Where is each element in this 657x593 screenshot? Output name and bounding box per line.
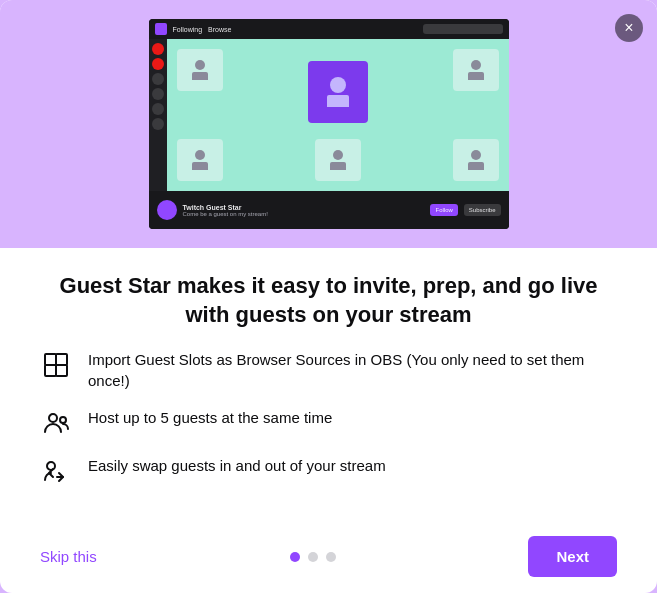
guest-icon-main	[327, 77, 349, 107]
preview-area: Following Browse	[0, 0, 657, 248]
skip-button[interactable]: Skip this	[40, 548, 97, 565]
swap-guests-icon	[40, 455, 72, 487]
streamer-avatar	[157, 200, 177, 220]
twitch-logo-icon	[155, 23, 167, 35]
modal-footer: Skip this Next	[40, 528, 617, 577]
page-title: Guest Star makes it easy to invite, prep…	[40, 272, 617, 329]
multi-guest-icon	[40, 407, 72, 439]
twitch-topbar: Following Browse	[149, 19, 509, 39]
svg-point-4	[49, 414, 57, 422]
sidebar-avatar-3	[152, 73, 164, 85]
modal-body: Guest Star makes it easy to invite, prep…	[0, 248, 657, 593]
guest-card-4	[453, 49, 499, 91]
close-icon: ×	[624, 20, 633, 36]
guest-icon-5	[468, 150, 484, 170]
subscribe-button[interactable]: Subscribe	[464, 204, 501, 216]
svg-point-5	[60, 417, 66, 423]
feature-text-multi-guest: Host up to 5 guests at the same time	[88, 407, 332, 428]
next-button[interactable]: Next	[528, 536, 617, 577]
guest-card-2	[177, 139, 223, 181]
nav-following: Following	[173, 26, 203, 33]
sidebar-avatar-1	[152, 43, 164, 55]
guest-icon-2	[192, 150, 208, 170]
streamer-info: Twitch Guest Star Come be a guest on my …	[183, 204, 425, 217]
svg-rect-2	[56, 354, 67, 365]
guest-grid	[167, 39, 509, 191]
modal: × Following Browse	[0, 0, 657, 593]
guest-card-3	[315, 139, 361, 181]
feature-item-browser-sources: Import Guest Slots as Browser Sources in…	[40, 349, 617, 391]
streamer-name: Twitch Guest Star	[183, 204, 425, 211]
sidebar-avatar-5	[152, 103, 164, 115]
dot-3	[326, 552, 336, 562]
guest-card-5	[453, 139, 499, 181]
pagination-dots	[290, 552, 336, 562]
svg-rect-3	[56, 365, 67, 376]
sidebar-avatar-4	[152, 88, 164, 100]
browser-sources-icon	[40, 349, 72, 381]
features-list: Import Guest Slots as Browser Sources in…	[40, 349, 617, 487]
feature-item-multi-guest: Host up to 5 guests at the same time	[40, 407, 617, 439]
dot-1	[290, 552, 300, 562]
svg-rect-1	[45, 365, 56, 376]
feature-text-browser-sources: Import Guest Slots as Browser Sources in…	[88, 349, 617, 391]
guest-icon-3	[330, 150, 346, 170]
twitch-sidebar	[149, 39, 167, 191]
feature-text-swap-guests: Easily swap guests in and out of your st…	[88, 455, 386, 476]
twitch-preview: Following Browse	[149, 19, 509, 229]
stream-meta: Come be a guest on my stream!	[183, 211, 425, 217]
feature-item-swap-guests: Easily swap guests in and out of your st…	[40, 455, 617, 487]
guest-icon-4	[468, 60, 484, 80]
follow-button[interactable]: Follow	[430, 204, 457, 216]
nav-browse: Browse	[208, 26, 231, 33]
guest-icon-1	[192, 60, 208, 80]
sidebar-avatar-2	[152, 58, 164, 70]
twitch-nav: Following Browse	[173, 26, 232, 33]
twitch-bottom-bar: Twitch Guest Star Come be a guest on my …	[149, 191, 509, 229]
twitch-main	[149, 39, 509, 191]
svg-rect-0	[45, 354, 56, 365]
sidebar-avatar-6	[152, 118, 164, 130]
guest-card-1	[177, 49, 223, 91]
twitch-search-bar	[423, 24, 503, 34]
dot-2	[308, 552, 318, 562]
close-button[interactable]: ×	[615, 14, 643, 42]
guest-card-main	[308, 61, 368, 123]
stream-content	[167, 39, 509, 191]
